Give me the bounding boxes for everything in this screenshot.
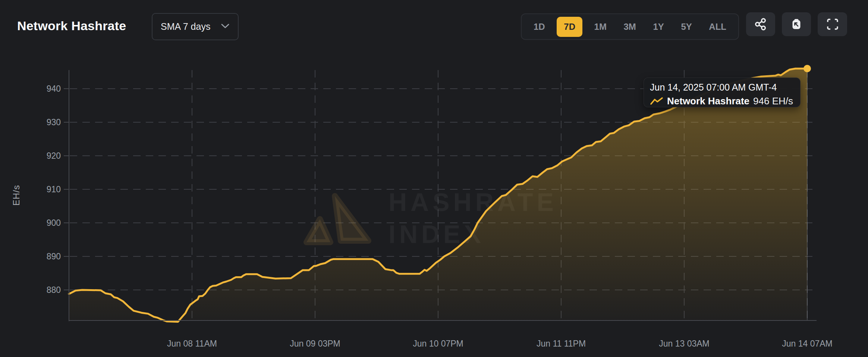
x-tick-label: Jun 11 11PM [537,339,586,348]
y-tick-label: 910 [47,184,61,194]
y-tick-label: 940 [47,84,61,94]
y-tick-label: 930 [47,117,61,127]
y-tick-label: 900 [47,218,61,228]
x-tick-label: Jun 14 07AM [782,339,833,348]
x-tick-label: Jun 08 11AM [167,339,217,348]
last-point-dot [803,65,811,72]
chart-tooltip: Jun 14, 2025 07:00 AM GMT-4 Network Hash… [644,78,801,107]
watermark-logo-big-triangle [335,196,368,241]
tooltip-series-name: Network Hashrate [667,95,749,107]
y-axis-title: EH/s [11,185,21,206]
sparkline-icon [650,97,663,106]
x-tick-label: Jun 09 03PM [290,339,340,348]
x-tick-label: Jun 13 03AM [659,339,710,348]
tooltip-date: Jun 14, 2025 07:00 AM GMT-4 [650,82,793,93]
tooltip-series-value: 946 EH/s [753,95,793,107]
y-tick-label: 920 [47,151,61,161]
y-tick-label: 890 [47,252,61,261]
hashrate-chart[interactable]: HASHRATE INDEX 880890900910920930940Jun … [0,0,868,357]
x-tick-label: Jun 10 07PM [413,339,463,348]
network-hashrate-panel: Network Hashrate SMA 7 days 1D 7D 1M 3M … [0,0,868,357]
y-tick-label: 880 [47,285,61,295]
